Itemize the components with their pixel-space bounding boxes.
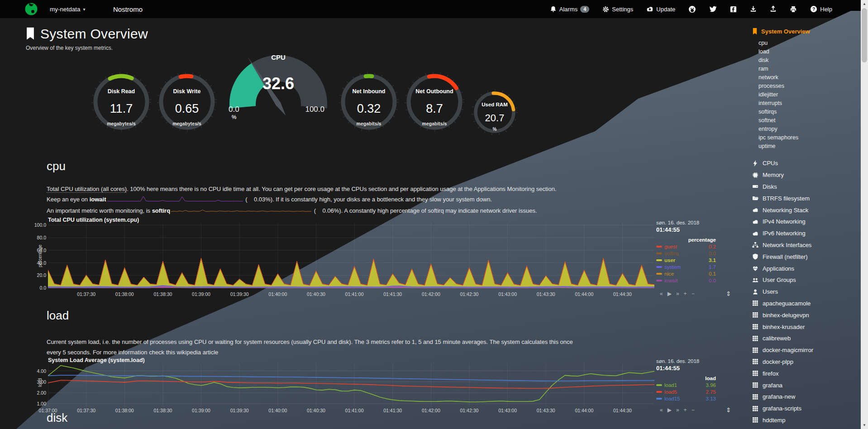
sidebar-subitem-interrupts[interactable]: interrupts	[758, 99, 861, 108]
xtick: 01:37:30	[77, 408, 95, 413]
github-button[interactable]	[684, 0, 700, 18]
sidebar-item-apacheguacamole[interactable]: apacheguacamole	[752, 298, 861, 310]
sidebar-item-hddtemp[interactable]: hddtemp	[752, 415, 861, 426]
sidebar-subitem-ram[interactable]: ram	[758, 65, 861, 73]
sidebar-item-firewall-netfilter-[interactable]: Firewall (netfilter)	[752, 251, 861, 262]
load-chart-resize-handle[interactable]: ⇕	[726, 406, 731, 414]
forward-icon[interactable]: »	[676, 407, 679, 413]
sidebar-item-network-interfaces[interactable]: Network Interfaces	[752, 239, 861, 251]
legend-unit: percentage	[656, 237, 716, 243]
sidebar-item-label: Networking Stack	[763, 207, 808, 214]
sidebar-item-disks[interactable]: Disks	[752, 181, 861, 193]
legend-entry-user[interactable]: user3.1	[656, 257, 716, 263]
sidebar-item-cpus[interactable]: CPUs	[752, 157, 861, 169]
sidebar-subitem-disk[interactable]: disk	[758, 56, 861, 65]
section-heading-load: load	[47, 309, 69, 323]
upload-button[interactable]	[766, 0, 781, 18]
sidebar-subitem-load[interactable]: load	[758, 48, 861, 56]
sidebar-item-grafana[interactable]: grafana	[752, 379, 861, 391]
ytick: 1.00	[37, 401, 46, 406]
sidebar-subitem-softirqs[interactable]: softirqs	[758, 108, 861, 116]
sidebar-subitem-uptime[interactable]: uptime	[758, 142, 861, 151]
sidebar-item-user-groups[interactable]: User Groups	[752, 274, 861, 286]
cpu-gauge-chart[interactable]: CPU 32.6 0.0 100.0 %	[224, 53, 333, 121]
zoom-out-icon[interactable]: −	[692, 407, 695, 413]
sidebar-subitem-cpu[interactable]: cpu	[758, 39, 861, 48]
gauge-net-inbound[interactable]: Net Inbound0.32megabits/s	[339, 72, 399, 132]
forward-icon[interactable]: »	[676, 291, 679, 297]
scrollbar-up-arrow[interactable]: ▲	[861, 2, 868, 6]
netdata-dashboard: my-netdata ▾ Nostromo Alarms 4 Settings	[0, 0, 868, 429]
legend-entry-nice[interactable]: nice0.1	[656, 270, 716, 277]
gauge-used-ram[interactable]: Used RAM20.7%	[471, 89, 518, 136]
sidebar-item-ipv4-networking[interactable]: IPv4 Networking	[752, 216, 861, 228]
help-button[interactable]: ? Help	[806, 0, 836, 18]
sidebar-subitem-network[interactable]: network	[758, 73, 861, 82]
sidebar-item-label: calibreweb	[763, 335, 791, 342]
legend-entry-system[interactable]: system1.7	[656, 263, 716, 270]
sidebar-item-binhex-krusader[interactable]: binhex-krusader	[752, 321, 861, 333]
zoom-in-icon[interactable]: +	[684, 291, 687, 297]
zoom-out-icon[interactable]: −	[692, 291, 695, 297]
load-chart-plot[interactable]	[48, 363, 654, 407]
sidebar-subitem-processes[interactable]: processes	[758, 82, 861, 91]
legend-entry-softirq[interactable]: softirq0.0	[656, 250, 716, 257]
cpu-chart-resize-handle[interactable]: ⇕	[726, 290, 731, 297]
netdata-logo[interactable]	[24, 2, 38, 16]
ytick: 0.0	[39, 285, 46, 291]
gauge-net-outbound[interactable]: Net Outbound8.7megabits/s	[404, 72, 465, 132]
sidebar-item-users[interactable]: Users	[752, 286, 861, 298]
rewind-icon[interactable]: «	[660, 407, 663, 413]
rewind-icon[interactable]: «	[660, 291, 663, 297]
download-button[interactable]	[746, 0, 761, 18]
sidebar-item-firefox[interactable]: firefox	[752, 367, 861, 379]
twitter-button[interactable]	[705, 0, 721, 18]
cpu-chart-plot[interactable]	[48, 223, 654, 289]
sidebar-item-memory[interactable]: Memory	[752, 169, 861, 181]
grid-icon	[752, 370, 758, 377]
play-icon[interactable]: ▶	[668, 291, 672, 297]
sidebar-subitem-softnet[interactable]: softnet	[758, 116, 861, 125]
gauge-disk-read[interactable]: Disk Read11.7megabytes/s	[91, 72, 152, 132]
legend-entry-guest[interactable]: guest0.2	[656, 243, 716, 250]
print-icon	[790, 6, 797, 13]
sidebar-item-docker-plpp[interactable]: docker-plpp	[752, 356, 861, 368]
gauge-disk-write-title: Disk Write	[157, 88, 217, 95]
sidebar-item-docker-magicmirror[interactable]: docker-magicmirror	[752, 344, 861, 356]
sidebar-item-applications[interactable]: Applications	[752, 262, 861, 274]
sidebar-item-grafana-scripts[interactable]: grafana-scripts	[752, 403, 861, 415]
alarms-button[interactable]: Alarms 4	[546, 0, 594, 18]
gauge-disk-write[interactable]: Disk Write0.65megabytes/s	[157, 72, 217, 132]
zoom-in-icon[interactable]: +	[684, 407, 687, 413]
xtick: 01:39:30	[230, 408, 249, 413]
play-icon[interactable]: ▶	[668, 407, 672, 413]
page-subtitle: Overview of the key system metrics.	[26, 45, 113, 51]
sidebar-subitem-idlejitter[interactable]: idlejitter	[758, 91, 861, 99]
facebook-button[interactable]	[726, 0, 741, 18]
scrollbar-down-arrow[interactable]: ▼	[861, 423, 868, 427]
sidebar-subitem-entropy[interactable]: entropy	[758, 125, 861, 133]
page-scrollbar[interactable]: ▲ ▼	[861, 0, 868, 429]
scrollbar-thumb[interactable]	[862, 8, 867, 62]
sidebar-item-grafana-new[interactable]: grafana-new	[752, 391, 861, 403]
sidebar-item-ipv6-networking[interactable]: IPv6 Networking	[752, 228, 861, 239]
sidebar-item-binhex-delugevpn[interactable]: binhex-delugevpn	[752, 309, 861, 321]
settings-button[interactable]: Settings	[598, 0, 637, 18]
sidebar-item-system-overview[interactable]: System Overview	[752, 28, 861, 35]
sidebar-item-label: Network Interfaces	[763, 242, 811, 248]
sidebar-item-calibreweb[interactable]: calibreweb	[752, 333, 861, 344]
sidebar-item-btrfs-filesystem[interactable]: BTRFS filesystem	[752, 192, 861, 204]
xtick: 01:39:30	[230, 291, 249, 297]
hostname: Nostromo	[113, 0, 143, 18]
update-button[interactable]: Update	[642, 0, 679, 18]
host-dropdown[interactable]: my-netdata ▾	[50, 0, 86, 18]
print-button[interactable]	[786, 0, 801, 18]
sidebar-item-networking-stack[interactable]: Networking Stack	[752, 204, 861, 216]
user-group-icon	[752, 277, 758, 283]
legend-entry-load5[interactable]: load52.75	[656, 388, 716, 395]
legend-entry-load15[interactable]: load153.13	[656, 395, 716, 402]
legend-entry-load1[interactable]: load13.96	[656, 381, 716, 388]
heartbeat-icon	[752, 265, 758, 272]
legend-entry-iowait[interactable]: iowait0.0	[656, 277, 716, 284]
sidebar-subitem-ipc-semaphores[interactable]: ipc semaphores	[758, 133, 861, 142]
